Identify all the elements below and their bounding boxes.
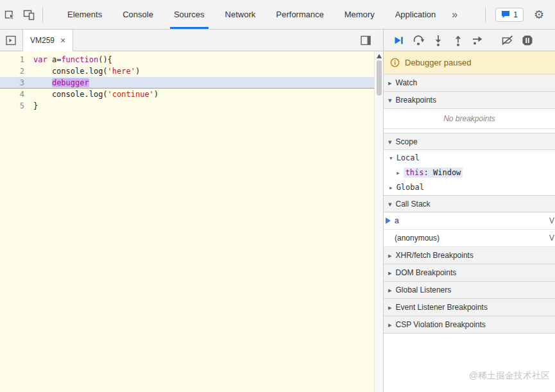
- scope-global[interactable]: Global: [384, 180, 555, 195]
- chevron-right-icon: [389, 183, 393, 192]
- scope-name: Global: [397, 183, 424, 192]
- console-messages-button[interactable]: 1: [495, 8, 524, 22]
- scroll-up-arrow-icon[interactable]: [377, 54, 382, 58]
- section-call-stack[interactable]: Call Stack: [384, 195, 555, 212]
- toggle-debugger-sidebar-button[interactable]: [356, 31, 375, 50]
- line-number[interactable]: 3: [0, 77, 30, 89]
- keyword-token: function: [61, 55, 98, 64]
- frame-name: (anonymous): [395, 234, 440, 243]
- scope-local[interactable]: Local: [384, 150, 555, 166]
- toolbar-separator: [42, 7, 43, 22]
- tab-sources[interactable]: Sources: [164, 0, 215, 29]
- tab-console[interactable]: Console: [112, 0, 164, 29]
- pause-on-exceptions-button[interactable]: [517, 31, 537, 49]
- inspect-element-button[interactable]: [0, 5, 19, 24]
- property-value: Window: [433, 168, 461, 177]
- settings-button[interactable]: [529, 5, 549, 24]
- step-icon: [471, 33, 485, 47]
- line-number[interactable]: 4: [0, 89, 30, 100]
- code-token: [33, 78, 52, 87]
- line-number[interactable]: 5: [0, 100, 30, 112]
- code-token: console.log(: [33, 90, 108, 99]
- paused-message: Debugger paused: [405, 58, 471, 67]
- step-button[interactable]: [468, 31, 488, 49]
- keyword-token: var: [33, 55, 47, 64]
- code-line-1: 1 var a=function(){: [0, 54, 374, 65]
- sidebar-panel-icon: [359, 34, 372, 47]
- source-tab-vm259[interactable]: VM259 ×: [22, 30, 73, 51]
- tab-performance[interactable]: Performance: [266, 0, 334, 29]
- navigator-panel-icon: [4, 34, 17, 47]
- code-token: a=: [47, 55, 62, 64]
- section-label: CSP Violation Breakpoints: [396, 320, 486, 329]
- line-number[interactable]: 1: [0, 54, 30, 65]
- debugger-keyword-token: debugger: [52, 78, 89, 87]
- code-text: console.log('here'): [30, 65, 140, 77]
- console-message-count: 1: [513, 10, 518, 19]
- current-frame-icon: [386, 217, 391, 224]
- debugger-toolbar: [383, 30, 555, 51]
- section-label: Scope: [396, 137, 418, 146]
- chevron-right-icon: [388, 320, 392, 329]
- code-editor[interactable]: 1 var a=function(){ 2 console.log('here'…: [0, 51, 374, 392]
- section-label: Global Listeners: [396, 285, 452, 294]
- code-line-4: 4 console.log('continue'): [0, 89, 374, 100]
- editor-scrollbar[interactable]: [374, 51, 383, 392]
- step-out-button[interactable]: [448, 31, 468, 49]
- code-token: }: [33, 101, 38, 110]
- section-xhr-breakpoints[interactable]: XHR/fetch Breakpoints: [384, 247, 555, 264]
- section-breakpoints[interactable]: Breakpoints: [384, 92, 555, 109]
- tab-application[interactable]: Application: [385, 0, 447, 29]
- section-scope[interactable]: Scope: [384, 133, 555, 150]
- chevron-right-icon: [396, 168, 400, 177]
- device-toolbar-button[interactable]: [19, 5, 38, 24]
- line-number[interactable]: 2: [0, 65, 30, 77]
- scrollbar-thumb[interactable]: [377, 60, 382, 96]
- debugger-sidebar: Debugger paused Watch Breakpoints No bre…: [383, 51, 555, 392]
- resume-button[interactable]: [388, 31, 408, 49]
- more-tabs-button[interactable]: »: [446, 0, 463, 29]
- source-tab-strip: VM259 ×: [0, 30, 383, 51]
- step-over-icon: [411, 33, 425, 47]
- tab-elements[interactable]: Elements: [57, 0, 112, 29]
- section-label: Breakpoints: [396, 96, 436, 105]
- step-into-button[interactable]: [428, 31, 448, 49]
- section-dom-breakpoints[interactable]: DOM Breakpoints: [384, 264, 555, 282]
- deactivate-breakpoints-icon: [500, 33, 515, 47]
- toolbar-separator: [485, 7, 486, 22]
- device-toolbar-icon: [22, 8, 35, 21]
- message-bubble-icon: [501, 10, 510, 19]
- inspect-cursor-icon: [3, 8, 16, 21]
- section-csp-violation-breakpoints[interactable]: CSP Violation Breakpoints: [384, 316, 555, 334]
- property-name: this: [406, 168, 424, 177]
- tab-memory[interactable]: Memory: [334, 0, 385, 29]
- scope-this[interactable]: this: Window: [384, 166, 555, 180]
- scope-name: Local: [397, 153, 420, 162]
- toolbar-right: 1: [481, 5, 555, 24]
- section-watch[interactable]: Watch: [384, 74, 555, 92]
- section-label: Event Listener Breakpoints: [396, 303, 488, 312]
- chevron-down-icon: [388, 200, 392, 209]
- step-into-icon: [431, 33, 445, 47]
- section-global-listeners[interactable]: Global Listeners: [384, 282, 555, 299]
- panel-tabs: Elements Console Sources Network Perform…: [57, 0, 463, 29]
- section-event-listener-breakpoints[interactable]: Event Listener Breakpoints: [384, 299, 555, 316]
- deactivate-breakpoints-button[interactable]: [497, 31, 517, 49]
- chevron-right-icon: [388, 251, 392, 260]
- code-line-2: 2 console.log('here'): [0, 65, 374, 77]
- no-breakpoints-message: No breakpoints: [384, 109, 555, 129]
- tab-network[interactable]: Network: [215, 0, 266, 29]
- resume-icon: [391, 33, 406, 47]
- call-stack-frame[interactable]: a V: [384, 212, 555, 230]
- main-toolbar: Elements Console Sources Network Perform…: [0, 0, 555, 30]
- code-token: ): [135, 67, 140, 76]
- call-stack-frame[interactable]: (anonymous) V: [384, 230, 555, 247]
- close-tab-icon[interactable]: ×: [60, 36, 65, 45]
- scope-tree: Local this: Window Global: [384, 150, 555, 195]
- toggle-navigator-button[interactable]: [1, 31, 21, 50]
- code-text: debugger: [30, 77, 89, 89]
- this-window-value: this: Window: [404, 167, 463, 178]
- step-over-button[interactable]: [408, 31, 428, 49]
- watermark: @稀土掘金技术社区: [469, 370, 550, 382]
- chevron-down-icon: [388, 137, 392, 146]
